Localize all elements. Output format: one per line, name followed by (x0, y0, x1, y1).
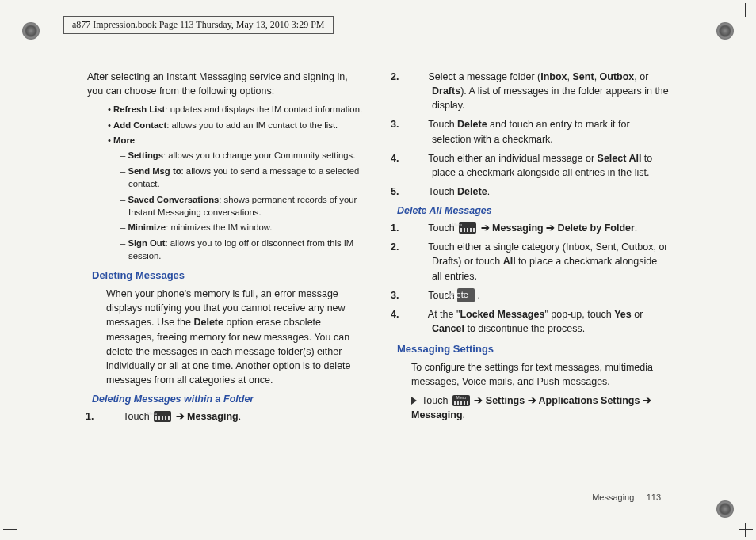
dash-send-msg: – Send Msg to: allows you to send a mess… (87, 165, 364, 191)
delall-step-3: 3. Touch Delete . (392, 288, 669, 302)
delall-step-1: 1. Touch ➔ Messaging ➔ Delete by Folder. (392, 221, 669, 235)
ornament-icon (22, 22, 40, 40)
dash-settings: – Settings: allows you to change your Co… (87, 149, 364, 162)
crop-mark (3, 523, 17, 537)
heading-deleting-folder: Deleting Messages within a Folder (92, 392, 364, 406)
step-1: 1. Touch ➔ Messaging. (87, 409, 364, 424)
step-2: 2. Select a message folder (Inbox, Sent,… (392, 70, 669, 112)
page-body: After selecting an Instant Messaging ser… (87, 70, 669, 477)
messaging-settings-step: Touch ➔ Settings ➔ Applications Settings… (392, 394, 669, 422)
page-footer: Messaging 113 (592, 492, 661, 502)
crop-mark (3, 3, 17, 17)
intro-paragraph: After selecting an Instant Messaging ser… (87, 70, 364, 98)
heading-delete-all: Delete All Messages (397, 203, 669, 218)
menu-icon (452, 395, 470, 406)
page-header: a877 Impression.book Page 113 Thursday, … (63, 16, 334, 34)
delete-button-graphic: Delete (457, 288, 475, 302)
dash-minimize: – Minimize: minimizes the IM window. (87, 221, 364, 234)
heading-deleting-messages: Deleting Messages (92, 268, 364, 283)
bullet-add-contact: • Add Contact: allows you to add an IM c… (87, 119, 364, 131)
heading-messaging-settings: Messaging Settings (397, 342, 669, 357)
messaging-settings-paragraph: To configure the settings for text messa… (392, 360, 669, 389)
step-3: 3. Touch Delete and touch an entry to ma… (392, 117, 669, 146)
ornament-icon (716, 22, 734, 40)
delall-step-2: 2. Touch either a single category (Inbox… (392, 240, 669, 283)
footer-page: 113 (647, 492, 661, 502)
bullet-more: • More: (87, 134, 364, 146)
delall-step-4: 4. At the "Locked Messages" pop-up, touc… (392, 307, 669, 336)
step-5: 5. Touch Delete. (392, 184, 669, 199)
step-4: 4. Touch either an individual message or… (392, 151, 669, 180)
bullet-refresh: • Refresh List: updates and displays the… (87, 103, 364, 116)
crop-mark (739, 3, 753, 17)
footer-section: Messaging (592, 492, 634, 502)
menu-icon (154, 411, 171, 422)
menu-icon (459, 222, 476, 234)
crop-mark (739, 523, 753, 537)
dash-saved-conv: – Saved Conversations: shows permanent r… (87, 193, 364, 219)
dash-sign-out: – Sign Out: allows you to log off or dis… (87, 237, 364, 263)
deleting-messages-paragraph: When your phone's memory is full, an err… (87, 287, 364, 387)
ornament-icon (716, 500, 734, 518)
triangle-icon (411, 397, 417, 405)
